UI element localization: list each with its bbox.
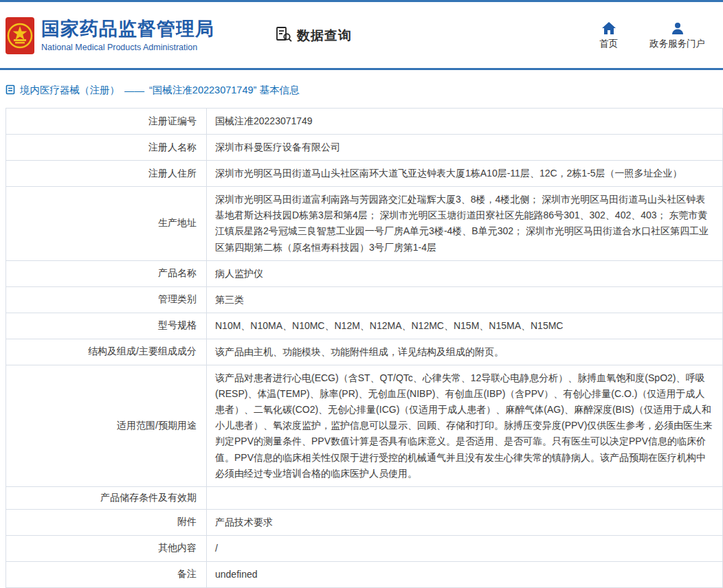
field-label: 生产地址 bbox=[6, 187, 207, 260]
table-row: 注册人名称 深圳市科曼医疗设备有限公司 bbox=[6, 135, 723, 161]
site-header: 国家药品监督管理局 National Medical Products Admi… bbox=[0, 2, 723, 68]
field-label: 注册人名称 bbox=[6, 135, 207, 161]
site-title-en: National Medical Products Administration bbox=[41, 43, 214, 52]
site-title-cn: 国家药品监督管理局 bbox=[41, 19, 214, 40]
national-emblem-icon bbox=[5, 17, 34, 54]
field-label: 管理类别 bbox=[6, 286, 207, 313]
top-nav: 首页 政务服务门户 bbox=[599, 21, 711, 50]
field-label: 附件 bbox=[6, 509, 207, 535]
nav-home-label: 首页 bbox=[599, 38, 618, 50]
field-label: 注册证编号 bbox=[6, 109, 207, 135]
table-row: 适用范围/预期用途 该产品对患者进行心电(ECG)（含ST、QT/QTc、心律失… bbox=[6, 365, 723, 487]
table-row: 生产地址 深圳市光明区马田街道富利南路与芳园路交汇处瑞辉大厦3、8楼，4楼北侧；… bbox=[6, 187, 723, 260]
field-label: 备注 bbox=[6, 561, 207, 587]
breadcrumb: 境内医疗器械（注册） —— “国械注准20223071749” 基本信息 bbox=[0, 70, 723, 105]
table-row: 附件 产品技术要求 bbox=[6, 509, 723, 535]
person-icon bbox=[671, 21, 685, 35]
nav-portal[interactable]: 政务服务门户 bbox=[649, 21, 705, 50]
home-icon bbox=[601, 21, 616, 35]
field-value: 深圳市光明区马田街道马山头社区南环大道飞亚达钟表大厦1栋A10层-11层、12C… bbox=[207, 161, 723, 187]
field-label: 适用范围/预期用途 bbox=[6, 365, 207, 487]
field-label: 结构及组成/主要组成成分 bbox=[6, 339, 207, 365]
data-query-nav[interactable]: 数据查询 bbox=[275, 25, 352, 47]
table-row: 备注 undefined bbox=[6, 561, 723, 587]
data-query-icon bbox=[275, 25, 297, 47]
table-row: 产品储存条件及有效期 bbox=[6, 486, 723, 509]
field-value: / bbox=[207, 535, 723, 561]
field-value: 第三类 bbox=[207, 286, 723, 313]
nav-portal-label: 政务服务门户 bbox=[649, 38, 705, 50]
field-value: 深圳市科曼医疗设备有限公司 bbox=[207, 135, 723, 161]
breadcrumb-section[interactable]: 境内医疗器械（注册） bbox=[20, 84, 120, 97]
site-logo-link[interactable]: 国家药品监督管理局 National Medical Products Admi… bbox=[5, 17, 214, 54]
table-row: 注册证编号 国械注准20223071749 bbox=[6, 109, 723, 135]
field-value bbox=[207, 486, 723, 509]
nav-home[interactable]: 首页 bbox=[599, 21, 618, 50]
field-value: undefined bbox=[207, 561, 723, 587]
breadcrumb-record-title: “国械注准20223071749” 基本信息 bbox=[149, 84, 299, 97]
document-icon bbox=[5, 84, 15, 97]
table-row: 注册人住所 深圳市光明区马田街道马山头社区南环大道飞亚达钟表大厦1栋A10层-1… bbox=[6, 161, 723, 187]
field-label: 产品储存条件及有效期 bbox=[6, 486, 207, 509]
table-row: 结构及组成/主要组成成分 该产品由主机、功能模块、功能附件组成，详见结构及组成的… bbox=[6, 339, 723, 365]
field-label: 产品名称 bbox=[6, 260, 207, 286]
field-label: 型号规格 bbox=[6, 313, 207, 339]
table-row: 型号规格 N10M、N10MA、N10MC、N12M、N12MA、N12MC、N… bbox=[6, 313, 723, 339]
field-value: 该产品对患者进行心电(ECG)（含ST、QT/QTc、心律失常、12导联心电静息… bbox=[207, 365, 723, 487]
site-title-block: 国家药品监督管理局 National Medical Products Admi… bbox=[41, 19, 214, 52]
registration-info-table: 注册证编号 国械注准20223071749 注册人名称 深圳市科曼医疗设备有限公… bbox=[5, 108, 723, 588]
field-label: 其他内容 bbox=[6, 535, 207, 561]
data-query-label: 数据查询 bbox=[297, 27, 352, 45]
field-value: 深圳市光明区马田街道富利南路与芳园路交汇处瑞辉大厦3、8楼，4楼北侧； 深圳市光… bbox=[207, 187, 723, 260]
field-value: N10M、N10MA、N10MC、N12M、N12MA、N12MC、N15M、N… bbox=[207, 313, 723, 339]
table-row: 产品名称 病人监护仪 bbox=[6, 260, 723, 286]
breadcrumb-separator: —— bbox=[124, 85, 144, 96]
table-row: 其他内容 / bbox=[6, 535, 723, 561]
field-value: 该产品由主机、功能模块、功能附件组成，详见结构及组成的附页。 bbox=[207, 339, 723, 365]
field-value: 病人监护仪 bbox=[207, 260, 723, 286]
field-value: 国械注准20223071749 bbox=[207, 109, 723, 135]
field-value: 产品技术要求 bbox=[207, 509, 723, 535]
field-label: 注册人住所 bbox=[6, 161, 207, 187]
table-row: 管理类别 第三类 bbox=[6, 286, 723, 313]
